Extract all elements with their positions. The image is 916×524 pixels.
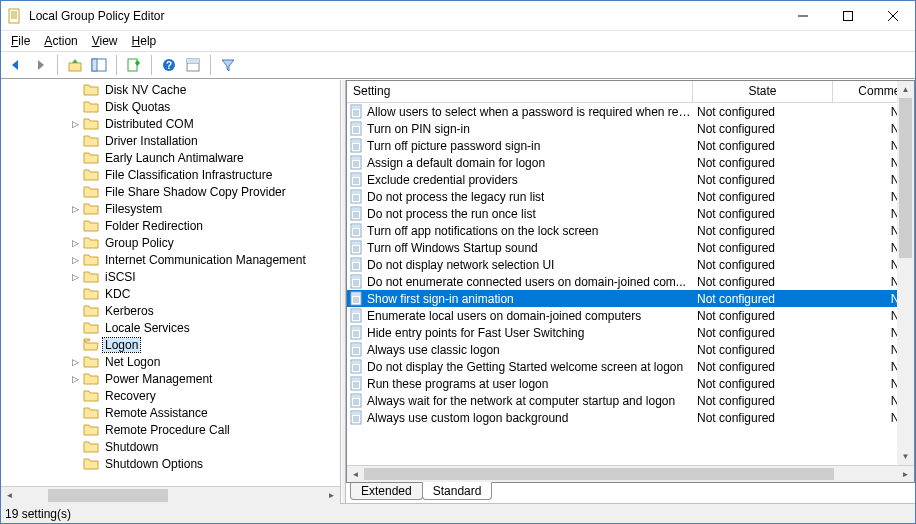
tree-item[interactable]: ▷iSCSI <box>1 268 340 285</box>
tree-item[interactable]: Folder Redirection <box>1 217 340 234</box>
list-row[interactable]: Do not process the run once listNot conf… <box>347 205 914 222</box>
list-row[interactable]: Do not enumerate connected users on doma… <box>347 273 914 290</box>
column-header-setting[interactable]: Setting <box>347 81 693 102</box>
list-row[interactable]: Assign a default domain for logonNot con… <box>347 154 914 171</box>
folder-icon <box>83 236 99 250</box>
scroll-track[interactable] <box>18 487 323 504</box>
scroll-thumb[interactable] <box>364 468 834 480</box>
scroll-up-icon[interactable]: ▲ <box>897 81 914 98</box>
menu-file[interactable]: File <box>5 33 36 49</box>
list-row[interactable]: Turn off Windows Startup soundNot config… <box>347 239 914 256</box>
tab-extended[interactable]: Extended <box>350 483 423 500</box>
tree-item-label: Kerberos <box>103 304 156 318</box>
tree-item[interactable]: ▷Net Logon <box>1 353 340 370</box>
tree-item[interactable]: File Share Shadow Copy Provider <box>1 183 340 200</box>
scroll-left-icon[interactable]: ◄ <box>1 487 18 504</box>
tree-item[interactable]: Disk Quotas <box>1 98 340 115</box>
setting-state: Not configured <box>693 122 833 136</box>
properties-button[interactable] <box>182 54 204 76</box>
expand-icon[interactable]: ▷ <box>69 238 81 248</box>
scroll-right-icon[interactable]: ► <box>323 487 340 504</box>
filter-button[interactable] <box>217 54 239 76</box>
expand-icon[interactable]: ▷ <box>69 255 81 265</box>
list-row[interactable]: Exclude credential providersNot configur… <box>347 171 914 188</box>
help-button[interactable]: ? <box>158 54 180 76</box>
tree-item[interactable]: KDC <box>1 285 340 302</box>
list-row[interactable]: Show first sign-in animationNot configur… <box>347 290 914 307</box>
tree-item-label: Recovery <box>103 389 158 403</box>
list-vertical-scrollbar[interactable]: ▲ ▼ <box>897 81 914 465</box>
forward-button[interactable] <box>29 54 51 76</box>
scroll-thumb[interactable] <box>899 98 912 258</box>
tab-standard[interactable]: Standard <box>422 482 493 500</box>
list-row[interactable]: Turn off app notifications on the lock s… <box>347 222 914 239</box>
list-row[interactable]: Enumerate local users on domain-joined c… <box>347 307 914 324</box>
scroll-right-icon[interactable]: ► <box>897 466 914 483</box>
tree-item[interactable]: File Classification Infrastructure <box>1 166 340 183</box>
tree-item[interactable]: ▷Distributed COM <box>1 115 340 132</box>
tree-item[interactable]: Driver Installation <box>1 132 340 149</box>
expand-icon[interactable]: ▷ <box>69 204 81 214</box>
svg-rect-34 <box>352 157 360 160</box>
column-header-state[interactable]: State <box>693 81 833 102</box>
minimize-button[interactable] <box>780 1 825 30</box>
tree-scroll[interactable]: Disk NV CacheDisk Quotas▷Distributed COM… <box>1 80 340 486</box>
list-row[interactable]: Always wait for the network at computer … <box>347 392 914 409</box>
menu-action[interactable]: Action <box>38 33 83 49</box>
tree-item[interactable]: Shutdown Options <box>1 455 340 472</box>
tree-item-label: Disk Quotas <box>103 100 172 114</box>
scroll-left-icon[interactable]: ◄ <box>347 466 364 483</box>
list-row[interactable]: Always use classic logonNot configuredNo <box>347 341 914 358</box>
tree-item[interactable]: ▷Internet Communication Management <box>1 251 340 268</box>
tree-item[interactable]: ▷Filesystem <box>1 200 340 217</box>
list-row[interactable]: Allow users to select when a password is… <box>347 103 914 120</box>
menu-help[interactable]: Help <box>126 33 163 49</box>
list-body[interactable]: Allow users to select when a password is… <box>347 103 914 465</box>
export-list-button[interactable] <box>123 54 145 76</box>
scroll-track[interactable] <box>364 466 897 482</box>
policy-icon <box>349 257 365 273</box>
scroll-thumb[interactable] <box>48 489 168 502</box>
tree-horizontal-scrollbar[interactable]: ◄ ► <box>1 486 340 503</box>
scroll-track[interactable] <box>897 98 914 448</box>
tree-item[interactable]: Kerberos <box>1 302 340 319</box>
expand-icon[interactable]: ▷ <box>69 357 81 367</box>
scroll-down-icon[interactable]: ▼ <box>897 448 914 465</box>
tree-item[interactable]: Locale Services <box>1 319 340 336</box>
expand-icon[interactable]: ▷ <box>69 272 81 282</box>
list-row[interactable]: Run these programs at user logonNot conf… <box>347 375 914 392</box>
up-button[interactable] <box>64 54 86 76</box>
tree-item[interactable]: Disk NV Cache <box>1 81 340 98</box>
expand-icon[interactable]: ▷ <box>69 374 81 384</box>
tree-item-label: Power Management <box>103 372 214 386</box>
list-row[interactable]: Do not display the Getting Started welco… <box>347 358 914 375</box>
setting-name: Turn off Windows Startup sound <box>365 241 538 255</box>
tree-item[interactable]: ▷Group Policy <box>1 234 340 251</box>
list-row[interactable]: Always use custom logon backgroundNot co… <box>347 409 914 426</box>
setting-name: Turn off picture password sign-in <box>365 139 540 153</box>
expand-icon[interactable]: ▷ <box>69 119 81 129</box>
tree-item[interactable]: Remote Procedure Call <box>1 421 340 438</box>
list-row[interactable]: Turn on PIN sign-inNot configuredNo <box>347 120 914 137</box>
tree-item[interactable]: ▷Power Management <box>1 370 340 387</box>
list-row[interactable]: Hide entry points for Fast User Switchin… <box>347 324 914 341</box>
list-row[interactable]: Do not display network selection UINot c… <box>347 256 914 273</box>
tree-item[interactable]: Remote Assistance <box>1 404 340 421</box>
policy-icon <box>349 138 365 154</box>
policy-icon <box>349 308 365 324</box>
tree-item[interactable]: Logon <box>1 336 340 353</box>
tree-item[interactable]: Recovery <box>1 387 340 404</box>
policy-icon <box>349 274 365 290</box>
back-button[interactable] <box>5 54 27 76</box>
tree-item[interactable]: Shutdown <box>1 438 340 455</box>
show-hide-tree-button[interactable] <box>88 54 110 76</box>
tree-item[interactable]: Early Launch Antimalware <box>1 149 340 166</box>
list-row[interactable]: Do not process the legacy run listNot co… <box>347 188 914 205</box>
menu-view[interactable]: View <box>86 33 124 49</box>
list-row[interactable]: Turn off picture password sign-inNot con… <box>347 137 914 154</box>
app-icon <box>7 8 23 24</box>
list-horizontal-scrollbar[interactable]: ◄ ► <box>347 465 914 482</box>
close-button[interactable] <box>870 1 915 30</box>
maximize-button[interactable] <box>825 1 870 30</box>
svg-rect-99 <box>352 378 360 381</box>
